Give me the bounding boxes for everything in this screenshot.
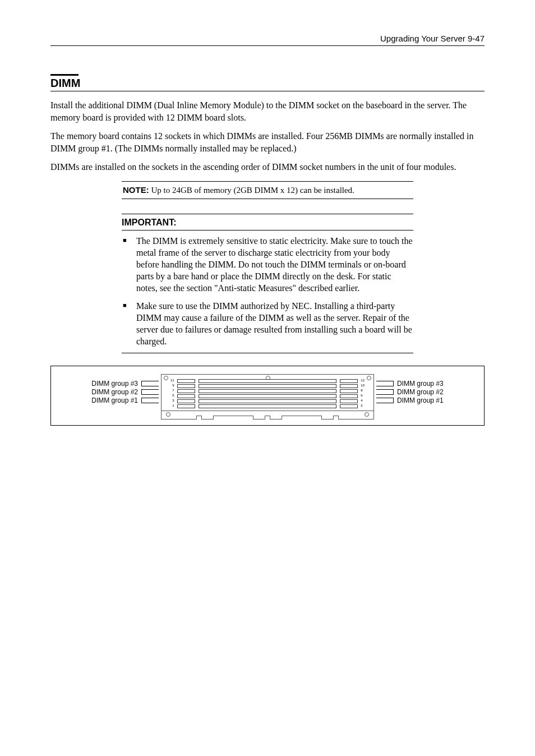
screw-icon	[166, 412, 170, 417]
dimm-group-label: DIMM group #3	[397, 380, 444, 388]
important-bottom-rule	[122, 353, 413, 353]
slot-num: 7	[170, 388, 174, 393]
edge-connector	[265, 416, 270, 420]
edge-connector	[196, 416, 202, 420]
screw-icon	[365, 412, 369, 417]
screw-icon	[164, 376, 168, 380]
dimm-group-label: DIMM group #2	[91, 388, 138, 396]
slot-num: 3	[170, 398, 174, 403]
screw-icon	[367, 376, 371, 380]
header-divider	[50, 45, 485, 46]
note-block: NOTE: Up to 24GB of memory (2GB DIMM x 1…	[122, 181, 413, 199]
lead-line	[376, 381, 394, 386]
note-label: NOTE:	[123, 185, 149, 195]
lead-line	[376, 398, 394, 403]
slot-num: 4	[361, 398, 365, 403]
lead-line	[141, 381, 159, 386]
note-text: Up to 24GB of memory (2GB DIMM x 12) can…	[149, 186, 354, 195]
slot-num: 11	[170, 378, 174, 383]
important-block: IMPORTANT: The DIMM is extremely sensiti…	[122, 214, 413, 353]
section-title: DIMM	[50, 77, 80, 89]
important-title: IMPORTANT:	[122, 214, 413, 230]
important-mid-rule	[122, 230, 413, 231]
slot-num: 6	[361, 393, 365, 398]
slot-num: 5	[170, 393, 174, 398]
right-labels: DIMM group #3 DIMM group #2 DIMM group #…	[376, 374, 444, 404]
lead-line	[141, 398, 159, 403]
dimm-group-label: DIMM group #3	[91, 380, 138, 388]
slot-numbers-right: 12 10 8 6 4 2	[361, 378, 365, 408]
lead-line	[376, 389, 394, 395]
section-accent-rule	[50, 74, 79, 76]
slot-numbers-left: 11 9 7 5 3 1	[170, 378, 174, 408]
body-paragraph: Install the additional DIMM (Dual Inline…	[50, 99, 485, 123]
edge-connector	[282, 416, 322, 420]
important-item: Make sure to use the DIMM authorized by …	[122, 300, 413, 347]
body-paragraph: DIMMs are installed on the sockets in th…	[50, 161, 485, 173]
slot-num: 1	[170, 403, 174, 408]
dimm-group-label: DIMM group #1	[91, 397, 138, 404]
important-item: The DIMM is extremely sensitive to stati…	[122, 235, 413, 294]
edge-connector	[213, 416, 253, 420]
lead-line	[141, 389, 159, 395]
slot-num: 9	[170, 383, 174, 388]
left-labels: DIMM group #3 DIMM group #2 DIMM group #…	[91, 374, 159, 404]
edge-connector	[333, 416, 339, 420]
body-paragraph: The memory board contains 12 sockets in …	[50, 130, 485, 154]
page-header: Upgrading Your Server 9-47	[50, 34, 485, 43]
slot-num: 12	[361, 378, 365, 383]
slot-num: 8	[361, 388, 365, 393]
slot-num: 10	[361, 383, 365, 388]
dimm-group-label: DIMM group #2	[397, 388, 444, 396]
slot-num: 2	[361, 403, 365, 408]
memory-board: 11 9 7 5 3 1 12 10 8 6 4 2	[161, 374, 374, 420]
note-bottom-rule	[122, 199, 413, 199]
dimm-diagram: DIMM group #3 DIMM group #2 DIMM group #…	[50, 366, 485, 426]
dimm-group-label: DIMM group #1	[397, 397, 444, 404]
